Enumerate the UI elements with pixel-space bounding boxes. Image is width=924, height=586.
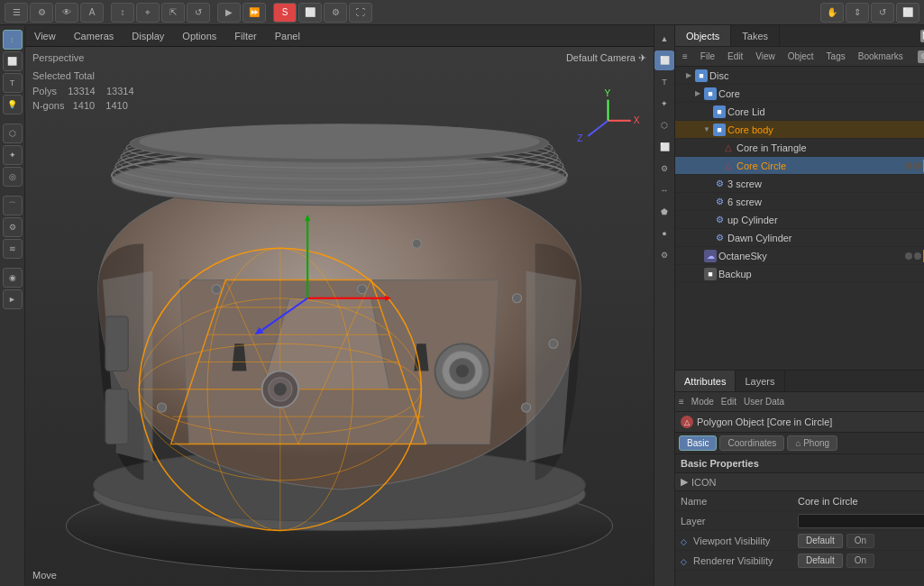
viewport-menu-panel[interactable]: Panel (271, 29, 304, 43)
panel-tags-btn[interactable]: Tags (823, 50, 849, 62)
renderer-vis-dropdown[interactable]: Default (798, 554, 843, 568)
tree-item-core-lid[interactable]: ■ Core Lid (675, 103, 924, 121)
tree-item-core[interactable]: ▶ ■ Core (675, 85, 924, 103)
attr-edit-btn[interactable]: Edit (721, 397, 736, 407)
attr-tab-layers[interactable]: Layers (736, 371, 784, 391)
viewport-menu-filter[interactable]: Filter (231, 29, 260, 43)
viewport-canvas[interactable]: X Y Z Perspective Default Camera ✈ Selec… (25, 47, 654, 586)
mini-tool-hex[interactable]: ⬡ (654, 115, 674, 135)
attr-tab-attributes[interactable]: Attributes (675, 371, 736, 391)
tree-icon-3screw: ⚙ (713, 178, 726, 190)
stats-polys: Polys 13314 13314 (32, 84, 134, 99)
toolbar-a-btn[interactable]: A (80, 3, 104, 23)
tool-rig[interactable]: ⚙ (3, 217, 23, 237)
panel-edit-btn[interactable]: Edit (724, 50, 746, 62)
attr-mode-btn[interactable]: Mode (691, 397, 714, 407)
svg-rect-15 (105, 389, 128, 444)
panel-menu-btn[interactable]: ≡ (679, 50, 691, 62)
tree-item-3screw[interactable]: ⚙ 3 screw ✓ (675, 175, 924, 193)
tool-light[interactable]: 💡 (3, 95, 23, 114)
toolbar-orbit-btn[interactable]: ↺ (871, 3, 894, 23)
tree-item-6screw[interactable]: ⚙ 6 screw ✓ (675, 193, 924, 211)
viewport-menu-cameras[interactable]: Cameras (70, 29, 118, 43)
tool-mesh[interactable]: ⬡ (3, 124, 23, 143)
panel-file-btn[interactable]: File (697, 50, 718, 62)
tree-item-disc[interactable]: ▶ ■ Disc (675, 67, 924, 85)
tree-item-core-body[interactable]: ▼ ■ Core body (675, 121, 924, 139)
prop-section-header-icon[interactable]: ▶ ICON (675, 473, 924, 490)
toolbar-gear2-btn[interactable]: ⚙ (324, 3, 347, 23)
attr-sub-tab-phong[interactable]: ⌂ Phong (787, 435, 837, 451)
toolbar-zoom-btn[interactable]: ⇕ (846, 3, 869, 23)
panel-settings-icon[interactable]: ⚙ (918, 50, 924, 63)
toolbar-settings-btn[interactable]: ⚙ (30, 3, 53, 23)
panel-tabs: Objects Takes ⬜ ≡ (675, 25, 924, 47)
viewport-menu-display[interactable]: Display (128, 29, 168, 43)
viewport-vis-on[interactable]: On (846, 534, 874, 548)
panel-view-btn[interactable]: View (752, 50, 779, 62)
toolbar-move-btn[interactable]: ↕ (111, 3, 134, 23)
mini-tool-text[interactable]: T (654, 72, 674, 92)
panel-object-btn[interactable]: Object (784, 50, 818, 62)
viewport-menu-view[interactable]: View (31, 29, 59, 43)
toolbar-cam-btn[interactable]: ⬜ (896, 3, 919, 23)
panel-bookmarks-btn[interactable]: Bookmarks (855, 50, 907, 62)
tree-icon-up-cylinder: ⚙ (713, 214, 726, 226)
objects-tree[interactable]: ▶ ■ Disc ▶ ■ Core (675, 67, 924, 370)
mini-tool-circle[interactable]: ● (654, 224, 674, 243)
tab-objects[interactable]: Objects (675, 25, 731, 46)
tool-mat[interactable]: ◉ (3, 268, 23, 288)
render-dot-core-circle (914, 162, 921, 169)
panel-view-options[interactable]: ⬜ (920, 30, 924, 42)
tool-spline[interactable]: ✦ (3, 145, 23, 165)
mini-tool-gear[interactable]: ⚙ (654, 159, 674, 179)
polys-label: Polys (32, 86, 57, 96)
mini-tool-square[interactable]: ⬜ (654, 137, 674, 157)
tree-item-backup[interactable]: ■ Backup (675, 265, 924, 283)
toolbar-menu-btn[interactable]: ☰ (5, 3, 28, 23)
toolbar-cube-btn[interactable]: ⬜ (298, 3, 322, 23)
tree-arrow-core-body[interactable]: ▼ (702, 125, 711, 133)
mini-tool-light[interactable]: ✦ (654, 94, 674, 114)
prop-input-layer[interactable] (798, 514, 924, 528)
tree-item-octanesky[interactable]: ☁ OctaneSky O ● (675, 247, 924, 265)
viewport-area: View Cameras Display Options Filter Pane… (25, 25, 654, 586)
attr-sub-tab-basic[interactable]: Basic (679, 435, 717, 451)
toolbar-s-btn[interactable]: S (273, 3, 297, 23)
tool-text[interactable]: T (3, 73, 23, 93)
tree-label-backup: Backup (718, 269, 924, 279)
mini-tool-select[interactable]: ▲ (654, 29, 674, 49)
tool-nurbs[interactable]: ◎ (3, 167, 23, 187)
attr-sub-tab-coords[interactable]: Coordinates (719, 435, 784, 451)
tool-scale[interactable]: ⬜ (3, 51, 23, 71)
panel-toolbar: ≡ File Edit View Object Tags Bookmarks ⚙… (675, 47, 924, 67)
toolbar-render2-btn[interactable]: ⏩ (242, 3, 266, 23)
toolbar-move2-btn[interactable]: ⛶ (349, 3, 372, 23)
toolbar-rotate-btn[interactable]: ↺ (187, 3, 210, 23)
attr-menu-btn[interactable]: ≡ (679, 397, 684, 407)
toolbar-scale-btn[interactable]: ⇱ (161, 3, 185, 23)
toolbar-eye-btn[interactable]: 👁 (55, 3, 78, 23)
tree-item-core-triangle[interactable]: △ Core in Triangle (675, 139, 924, 157)
mini-tool-objects[interactable]: ⬜ (654, 50, 674, 70)
tree-arrow-core[interactable]: ▶ (693, 89, 702, 97)
attr-userdata-btn[interactable]: User Data (744, 397, 784, 407)
tool-hair[interactable]: ≋ (3, 239, 23, 259)
renderer-vis-on[interactable]: On (846, 554, 874, 568)
tool-anim[interactable]: ► (3, 289, 23, 309)
tool-deform[interactable]: ⌒ (3, 196, 23, 215)
mini-tool-diamond[interactable]: ⬟ (654, 202, 674, 222)
viewport-menu-options[interactable]: Options (178, 29, 220, 43)
mini-tool-arrows[interactable]: ↔ (654, 180, 674, 200)
viewport-vis-dropdown[interactable]: Default (798, 534, 843, 548)
toolbar-nav-btn[interactable]: ⌖ (136, 3, 160, 23)
tree-arrow-disc[interactable]: ▶ (684, 71, 693, 79)
tab-takes[interactable]: Takes (731, 25, 780, 46)
tree-item-dawn-cylinder[interactable]: ⚙ Dawn Cylinder ✓ (675, 229, 924, 247)
tree-item-up-cylinder[interactable]: ⚙ up Cylinder ✓ (675, 211, 924, 229)
tool-move[interactable]: ↕ (3, 30, 23, 50)
toolbar-pan-btn[interactable]: ✋ (820, 3, 844, 23)
mini-tool-settings[interactable]: ⚙ (654, 245, 674, 265)
tree-item-core-circle[interactable]: △ Core Circle ■ ● (675, 157, 924, 175)
toolbar-render-btn[interactable]: ▶ (217, 3, 241, 23)
